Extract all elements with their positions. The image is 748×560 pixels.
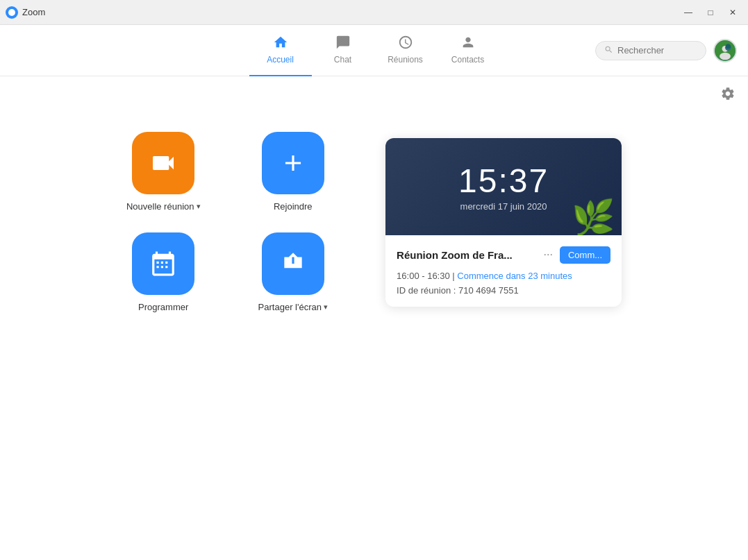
- nouvelle-reunion-button[interactable]: [132, 132, 194, 194]
- maximize-button[interactable]: □: [701, 6, 720, 19]
- meeting-title-row: Réunion Zoom de Fra... ··· Comm...: [397, 246, 610, 264]
- meeting-time-info: 16:00 - 16:30 | Commence dans 23 minutes: [397, 271, 610, 281]
- contacts-icon: [460, 35, 476, 52]
- nav-tabs: Accueil Chat Réunions: [249, 25, 499, 76]
- dropdown-arrow-2: ▾: [324, 303, 328, 312]
- nav-right: [595, 39, 737, 62]
- svg-point-2: [720, 52, 731, 60]
- svg-point-4: [726, 44, 731, 49]
- tab-accueil[interactable]: Accueil: [249, 25, 312, 76]
- nouvelle-reunion-label: Nouvelle réunion ▾: [126, 201, 201, 212]
- plant-decoration: 🌿: [572, 201, 615, 235]
- partager-ecran-label: Partager l'écran ▾: [258, 302, 328, 312]
- title-bar-left: Zoom: [6, 6, 45, 19]
- meeting-card-header: 15:37 mercredi 17 juin 2020 🌿: [385, 138, 622, 235]
- close-button[interactable]: ✕: [723, 6, 742, 19]
- dropdown-arrow-1: ▾: [197, 202, 201, 211]
- main-content: Nouvelle réunion ▾ Rejoindre: [0, 76, 748, 560]
- programmer-label: Programmer: [138, 302, 188, 312]
- rejoindre-button[interactable]: [262, 132, 324, 194]
- app-title: Zoom: [22, 7, 45, 17]
- app-logo: [6, 6, 18, 19]
- actions-area: Nouvelle réunion ▾ Rejoindre: [126, 132, 622, 312]
- clock-icon: [398, 35, 413, 52]
- tab-accueil-label: Accueil: [267, 55, 294, 65]
- meeting-title: Réunion Zoom de Fra...: [397, 249, 513, 261]
- tab-chat-label: Chat: [334, 55, 351, 65]
- search-input[interactable]: [617, 45, 701, 56]
- action-rejoindre[interactable]: Rejoindre: [256, 132, 331, 212]
- meeting-title-actions: ··· Comm...: [541, 246, 610, 264]
- meeting-card-time: 15:37: [458, 162, 549, 200]
- title-bar: Zoom — □ ✕: [0, 0, 748, 25]
- meeting-options-button[interactable]: ···: [541, 247, 556, 262]
- meeting-id: ID de réunion : 710 4694 7551: [397, 285, 610, 296]
- action-programmer[interactable]: Programmer: [126, 232, 201, 312]
- chat-icon: [335, 35, 351, 52]
- nav-bar: Accueil Chat Réunions: [0, 25, 748, 76]
- meeting-time-range: 16:00 - 16:30: [397, 271, 450, 281]
- tab-contacts[interactable]: Contacts: [437, 25, 499, 76]
- home-icon: [273, 35, 288, 52]
- meeting-card-body: Réunion Zoom de Fra... ··· Comm... 16:00…: [385, 235, 622, 307]
- tab-reunions-label: Réunions: [388, 55, 423, 65]
- tab-contacts-label: Contacts: [451, 55, 484, 65]
- avatar[interactable]: [713, 39, 737, 62]
- settings-icon[interactable]: [720, 86, 735, 105]
- meeting-card: 15:37 mercredi 17 juin 2020 🌿 Réunion Zo…: [385, 138, 622, 307]
- action-nouvelle-reunion[interactable]: Nouvelle réunion ▾: [126, 132, 201, 212]
- search-icon: [604, 45, 613, 56]
- action-buttons-grid: Nouvelle réunion ▾ Rejoindre: [126, 132, 330, 312]
- meeting-start-soon: Commence dans 23 minutes: [457, 271, 572, 281]
- programmer-button[interactable]: [132, 232, 194, 295]
- meeting-card-date: mercredi 17 juin 2020: [460, 201, 547, 212]
- minimize-button[interactable]: —: [679, 6, 698, 19]
- tab-chat[interactable]: Chat: [312, 25, 374, 76]
- window-controls: — □ ✕: [679, 6, 742, 19]
- search-box[interactable]: [595, 41, 706, 60]
- commencer-button[interactable]: Comm...: [560, 246, 610, 264]
- action-partager-ecran[interactable]: Partager l'écran ▾: [256, 232, 331, 312]
- tab-reunions[interactable]: Réunions: [374, 25, 437, 76]
- rejoindre-label: Rejoindre: [274, 201, 313, 212]
- partager-ecran-button[interactable]: [262, 232, 324, 295]
